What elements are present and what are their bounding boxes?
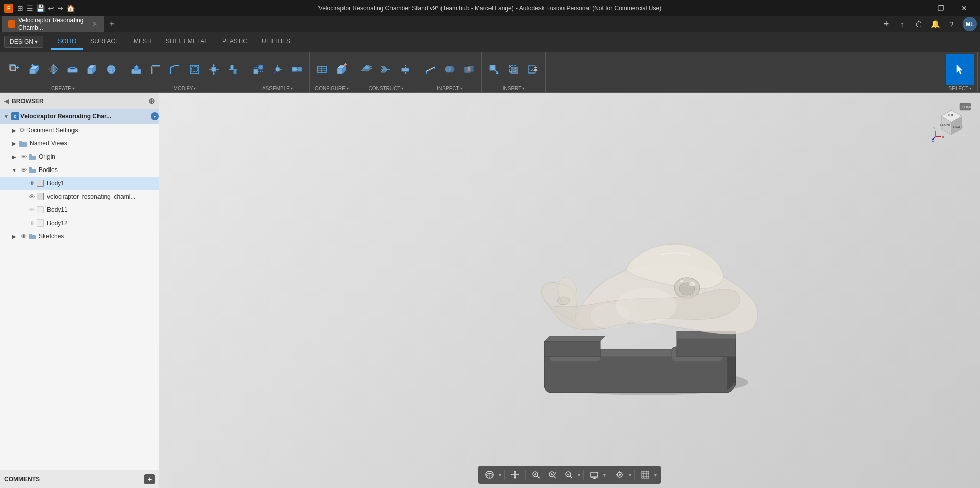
orbit-dropdown[interactable]: ▾ [499,472,501,478]
tree-item-root[interactable]: ▼ C Velociraptor Resonating Char... ● [0,109,159,124]
sketches-expand-icon[interactable]: ▶ [10,232,18,240]
new-tab-button[interactable]: + [104,16,119,32]
design-workspace-button[interactable]: DESIGN ▾ [4,36,43,48]
viewcube[interactable]: TOP FRONT RIGHT X Y Z HOME [931,101,972,142]
modify-group-label[interactable]: MODIFY ▾ [174,86,197,91]
tab-utilities[interactable]: UTILITIES [255,34,298,50]
effects-dropdown[interactable]: ▾ [629,472,631,478]
hole-button[interactable] [63,58,82,81]
doc-tab-close[interactable]: ✕ [92,20,97,28]
tab-plastic[interactable]: PLASTIC [215,34,255,50]
user-avatar[interactable]: ML [960,17,980,31]
notification-bell-icon[interactable]: 🔔 [927,16,943,32]
joint-button[interactable] [249,58,267,81]
fillet-button[interactable] [146,58,165,81]
shell-button[interactable] [185,58,204,81]
add-plus-icon[interactable]: + [878,16,894,32]
measure-button[interactable] [421,58,439,81]
grid-menu-icon[interactable]: ⊞ [17,4,23,12]
construct-group-label[interactable]: CONSTRUCT ▾ [369,86,404,91]
midplane-button[interactable] [377,58,395,81]
maximize-button[interactable]: ❐ [929,0,952,16]
extrude-button[interactable] [24,58,43,81]
pan-button[interactable] [508,468,522,482]
joint-origin-button[interactable] [268,58,287,81]
body12-eye-icon[interactable]: 👁 [28,219,36,227]
document-tab[interactable]: Velociraptor Resonating Chamb... ✕ [2,16,104,32]
named-views-expand-icon[interactable]: ▶ [10,139,18,148]
bodies-expand-icon[interactable]: ▼ [10,166,18,174]
tab-surface[interactable]: SURFACE [83,34,127,50]
tree-item-body12[interactable]: ▶ 👁 Body12 [0,216,159,230]
tree-item-velociraptor-body[interactable]: ▶ 👁 velociraptor_resonating_chaml... [0,190,159,203]
tree-item-sketches[interactable]: ▶ 👁 Sketches [0,230,159,243]
grid-settings-button[interactable] [638,468,652,482]
home-button[interactable]: 🏠 [66,4,75,12]
doc-settings-expand-icon[interactable]: ▶ [10,126,18,134]
sphere-button[interactable] [102,58,120,81]
move-copy-button[interactable] [205,58,223,81]
display-dropdown[interactable]: ▾ [603,472,606,478]
file-menu[interactable]: ☰ [27,4,33,12]
tree-item-document-settings[interactable]: ▶ ⚙ Document Settings [0,124,159,137]
root-expand-icon[interactable]: ▼ [2,112,10,120]
origin-eye-icon[interactable]: 👁 [19,153,28,161]
browser-add-icon[interactable]: ⊕ [148,96,155,106]
tab-mesh[interactable]: MESH [127,34,159,50]
offset-plane-button[interactable] [357,58,376,81]
tab-solid[interactable]: SOLID [51,34,83,50]
insert-derive-button[interactable] [485,58,503,81]
zoom-out-button[interactable]: - [561,468,576,482]
tab-sheet-metal[interactable]: SHEET METAL [159,34,215,50]
zoom-dropdown[interactable]: ▾ [578,472,580,478]
configure-group-label[interactable]: CONFIGURE ▾ [315,86,349,91]
revolve-button[interactable] [44,58,62,81]
body11-eye-icon[interactable]: 👁 [28,206,36,214]
assemble-group-label[interactable]: ASSEMBLE ▾ [262,86,293,91]
axis-edge-button[interactable] [396,58,414,81]
minimize-button[interactable]: — [905,0,929,16]
body1-eye-icon[interactable]: 👁 [28,179,36,187]
interference-button[interactable] [440,58,459,81]
insert-group-label[interactable]: INSERT ▾ [503,86,525,91]
select-button[interactable] [946,54,974,85]
grid-dropdown[interactable]: ▾ [654,472,657,478]
inspect-group-label[interactable]: INSPECT ▾ [437,86,462,91]
help-icon[interactable]: ? [943,16,960,32]
configure-model-button[interactable] [332,58,351,81]
tree-item-bodies[interactable]: ▼ 👁 Bodies [0,163,159,177]
press-pull-button[interactable] [127,58,145,81]
select-group-label[interactable]: SELECT ▾ [949,86,972,91]
viewport[interactable]: TOP FRONT RIGHT X Y Z HOME [159,93,980,488]
effects-button[interactable] [612,468,627,482]
clock-history-icon[interactable]: ⏱ [911,16,927,32]
align-button[interactable] [224,58,242,81]
velo-eye-icon[interactable]: 👁 [28,192,36,201]
bodies-eye-icon[interactable]: 👁 [19,166,28,174]
cloud-upload-icon[interactable]: ↑ [894,16,911,32]
tree-item-body11[interactable]: ▶ 👁 Body11 [0,203,159,216]
create-group-label[interactable]: CREATE ▾ [51,86,75,91]
display-settings-button[interactable] [587,468,601,482]
rigid-group-button[interactable] [288,58,306,81]
orbit-button[interactable] [482,468,497,482]
insert-mesh-button[interactable] [504,58,523,81]
redo-button[interactable]: ↪ [57,4,63,12]
tree-item-named-views[interactable]: ▶ Named Views [0,137,159,150]
new-component-button[interactable] [5,58,23,81]
browser-collapse-icon[interactable]: ◀ [4,97,9,105]
zoom-in-button[interactable]: + [545,468,559,482]
insert-svg-button[interactable]: SVG [524,58,542,81]
tree-item-origin[interactable]: ▶ 👁 Origin [0,150,159,163]
comments-add-icon[interactable]: + [144,474,155,484]
save-button[interactable]: 💾 [36,4,45,12]
close-button[interactable]: ✕ [952,0,976,16]
box-button[interactable] [83,58,101,81]
chamfer-button[interactable] [166,58,184,81]
undo-button[interactable]: ↩ [48,4,54,12]
zoom-window-button[interactable] [529,468,543,482]
tree-item-body1[interactable]: ▶ 👁 Body1 [0,177,159,190]
origin-expand-icon[interactable]: ▶ [10,153,18,161]
configure-table-button[interactable] [313,58,331,81]
sketches-eye-icon[interactable]: 👁 [19,232,28,240]
